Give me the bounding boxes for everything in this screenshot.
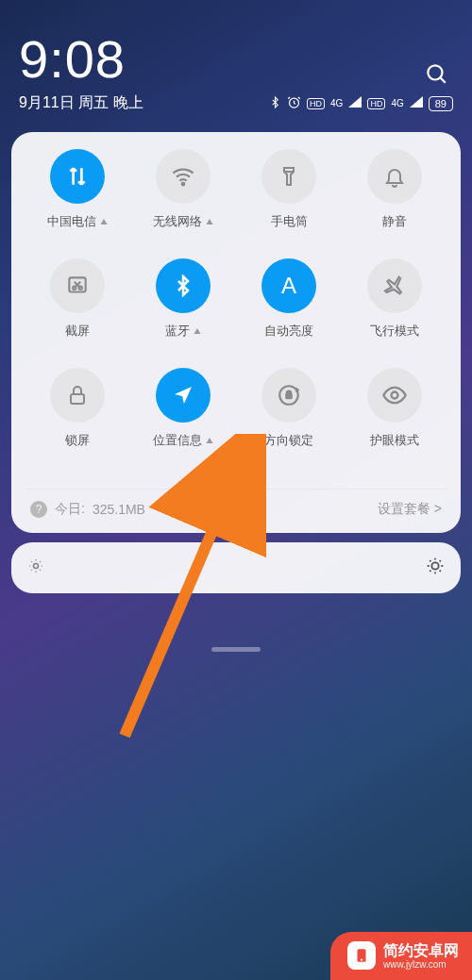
question-icon: ?: [30, 501, 47, 518]
clock-time: 9:08: [19, 28, 453, 90]
signal-icon-2: [410, 96, 423, 110]
tile-label: 中国电信: [47, 213, 96, 230]
tile-flashlight[interactable]: 手电筒: [261, 149, 316, 230]
quick-settings-panel: 中国电信 无线网络 手电筒 静音 截屏: [11, 132, 461, 533]
wifi-icon: [156, 149, 211, 204]
tile-location[interactable]: 位置信息: [153, 368, 214, 449]
data-usage-row[interactable]: ? 今日: 325.1MB 本月: 2.12GB 设置套餐 >: [25, 489, 447, 523]
month-label: 本月:: [170, 501, 200, 518]
tile-label: 截屏: [65, 323, 90, 340]
drag-handle[interactable]: [211, 647, 261, 652]
svg-point-11: [431, 562, 438, 569]
brightness-high-icon: [425, 556, 446, 580]
tile-auto-brightness[interactable]: A 自动亮度: [261, 258, 316, 340]
svg-rect-8: [286, 394, 291, 398]
tile-wifi[interactable]: 无线网络: [153, 149, 214, 230]
page-indicator: [25, 470, 447, 475]
bluetooth-icon: [269, 95, 281, 112]
brightness-low-icon: [26, 556, 45, 579]
alarm-icon: [287, 95, 301, 112]
month-value: 2.12GB: [208, 502, 252, 517]
status-indicators: HD 4G HD 4G 89: [269, 95, 453, 112]
hd-badge-1: HD: [307, 98, 325, 109]
tile-label: 自动亮度: [264, 323, 313, 340]
tile-label: 手电筒: [271, 213, 308, 230]
bell-icon: [367, 149, 422, 204]
dot-active: [228, 470, 233, 475]
svg-point-14: [361, 959, 362, 961]
scissors-icon: [50, 258, 105, 313]
signal-triangle-icon: [100, 219, 107, 224]
tile-mobile-data[interactable]: 中国电信: [47, 149, 109, 230]
tile-airplane[interactable]: 飞行模式: [367, 258, 422, 340]
tile-bluetooth[interactable]: 蓝牙: [156, 258, 211, 340]
data-arrows-icon: [50, 149, 105, 204]
hd-badge-2: HD: [367, 98, 385, 109]
plan-link[interactable]: 设置套餐 >: [378, 501, 442, 518]
tile-label: 无线网络: [153, 213, 202, 230]
battery-indicator: 89: [429, 96, 453, 111]
signal-icon-1: [348, 96, 362, 110]
svg-point-10: [34, 564, 39, 569]
flashlight-icon: [261, 149, 316, 204]
tile-grid: 中国电信 无线网络 手电筒 静音 截屏: [25, 149, 447, 449]
svg-point-2: [182, 183, 184, 185]
signal-triangle-icon: [194, 328, 200, 334]
signal-triangle-icon: [206, 438, 212, 443]
dot: [239, 470, 244, 475]
tile-screenshot[interactable]: 截屏: [50, 258, 105, 340]
tile-label: 静音: [382, 213, 407, 230]
tile-label: 位置信息: [153, 432, 202, 449]
net-label-2: 4G: [391, 98, 403, 108]
watermark-url: www.jylzw.com: [383, 959, 459, 971]
svg-point-9: [392, 392, 398, 399]
bluetooth-icon: [156, 258, 211, 313]
eye-icon: [367, 368, 422, 423]
tile-label: 锁屏: [65, 432, 90, 449]
svg-rect-6: [71, 394, 84, 404]
auto-brightness-icon: A: [261, 258, 316, 313]
rotation-lock-icon: [261, 368, 316, 423]
lock-icon: [50, 368, 105, 423]
tile-lock[interactable]: 锁屏: [50, 368, 105, 449]
location-icon: [156, 368, 211, 423]
signal-triangle-icon: [206, 219, 212, 224]
date-text: 9月11日 周五 晚上: [19, 93, 143, 113]
today-label: 今日:: [55, 501, 85, 518]
watermark: 简约安卓网 www.jylzw.com: [330, 932, 472, 980]
net-label-1: 4G: [330, 98, 343, 108]
watermark-logo-icon: [347, 941, 376, 970]
svg-point-1: [428, 65, 442, 79]
tile-rotation-lock[interactable]: 方向锁定: [261, 368, 316, 449]
tile-label: 方向锁定: [264, 432, 313, 449]
tile-mute[interactable]: 静音: [367, 149, 422, 230]
airplane-icon: [367, 258, 422, 313]
search-icon[interactable]: [424, 61, 448, 90]
tile-label: 蓝牙: [165, 323, 190, 340]
tile-label: 护眼模式: [370, 432, 419, 449]
brightness-slider[interactable]: [11, 542, 461, 593]
tile-eye-comfort[interactable]: 护眼模式: [367, 368, 422, 449]
watermark-title: 简约安卓网: [383, 941, 459, 959]
tile-label: 飞行模式: [370, 323, 419, 340]
status-bar: 9:08 9月11日 周五 晚上 HD 4G HD 4G 89: [0, 0, 472, 123]
today-value: 325.1MB: [93, 502, 145, 517]
